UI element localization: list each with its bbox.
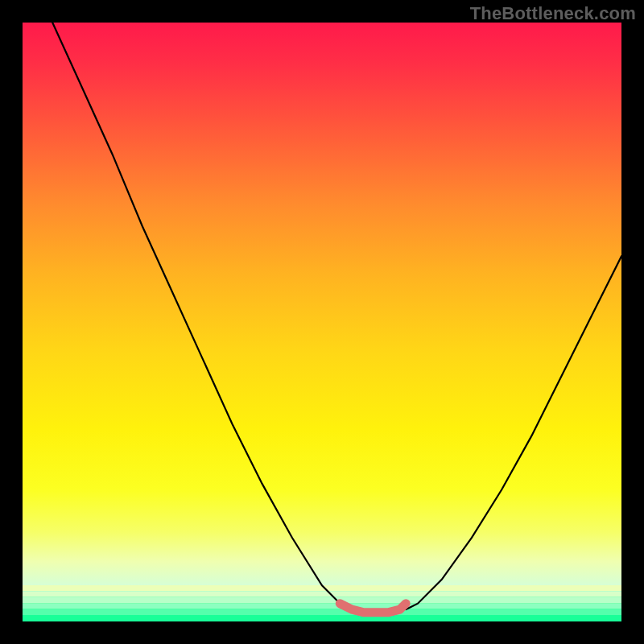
- curve-layer: [23, 23, 621, 621]
- left-curve: [52, 23, 352, 609]
- watermark-text: TheBottleneck.com: [470, 3, 636, 24]
- chart-frame: TheBottleneck.com: [0, 0, 644, 644]
- right-curve: [406, 256, 621, 609]
- trough-highlight: [340, 604, 406, 613]
- plot-area: [23, 23, 621, 621]
